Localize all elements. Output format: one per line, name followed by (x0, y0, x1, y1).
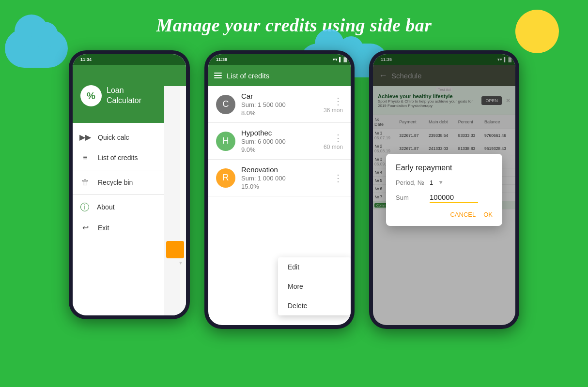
dialog-title: Early repayment (396, 164, 493, 172)
sum-input[interactable] (430, 192, 478, 203)
phone-center-screen: 11:38 ▾▾ ▌ ▓ List of credits (208, 54, 351, 325)
fast-forward-icon: ▶▶ (80, 133, 90, 142)
credit-rate-hypothec: 9.0% (241, 146, 324, 153)
period-dropdown-icon[interactable]: ▼ (438, 179, 444, 186)
main-heading: Manage your credits using side bar (0, 0, 588, 36)
credit-sum-renovation: Sum: 1 000 000 (241, 175, 329, 182)
sun-decoration (515, 10, 559, 53)
credit-info-hypothec: Hypothec Sum: 6 000 000 9.0% (241, 129, 324, 153)
credit-item-renovation[interactable]: R Renovation Sum: 1 000 000 15.0% ⋮ (208, 160, 351, 196)
credit-avatar-car: C (216, 95, 235, 114)
credit-info-car: Car Sum: 1 500 000 8.0% (241, 92, 324, 117)
phones-row: 11:34 ▾▾ ▌ ▓ % Loan Calculato (0, 50, 588, 329)
period-value: 1 (430, 179, 433, 186)
list-icon: ≡ (80, 153, 90, 162)
list-of-credits-title: List of credits (227, 72, 269, 80)
partial-main-content: ▼ (164, 54, 186, 315)
context-menu-delete[interactable]: Delete (278, 296, 351, 315)
orange-button-partial (166, 241, 184, 258)
exit-icon: ↩ (80, 223, 90, 232)
credit-item-car[interactable]: C Car Sum: 1 500 000 8.0% ⋮ 36 mon (208, 86, 351, 123)
phone-left: 11:34 ▾▾ ▌ ▓ % Loan Calculato (69, 50, 190, 319)
dialog-buttons: CANCEL OK (396, 209, 493, 220)
info-icon: i (80, 203, 89, 211)
ok-button[interactable]: OK (483, 209, 493, 220)
credits-list: C Car Sum: 1 500 000 8.0% ⋮ 36 mon (208, 86, 351, 196)
credit-more-hypothec[interactable]: ⋮ (333, 132, 343, 144)
credit-more-car[interactable]: ⋮ (333, 95, 343, 107)
context-menu: Edit More Delete (278, 257, 351, 315)
time-left: 11:34 (80, 57, 92, 62)
phone-center: 11:38 ▾▾ ▌ ▓ List of credits (204, 50, 355, 329)
loan-calc-icon: % (80, 85, 102, 106)
loan-calc-name: Loan Calculator (107, 86, 141, 106)
sum-field: Sum (396, 192, 493, 203)
early-repayment-dialog: Early repayment Period, № 1 ▼ Sum CANCEL (386, 154, 502, 226)
credit-info-renovation: Renovation Sum: 1 000 000 15.0% (241, 165, 329, 190)
credit-rate-renovation: 15.0% (241, 183, 329, 190)
phone-right: 11:35 ▾▾ ▌ ▓ ← Schedule Test Ad Achieve … (369, 50, 519, 329)
credit-item-hypothec[interactable]: H Hypothec Sum: 6 000 000 9.0% ⋮ 60 mon (208, 123, 351, 160)
credit-avatar-renovation: R (216, 168, 235, 188)
drawer-logo: % Loan Calculator (80, 85, 178, 106)
hamburger-menu-button[interactable] (214, 73, 222, 78)
credit-more-renovation[interactable]: ⋮ (333, 172, 343, 184)
dropdown-arrow: ▼ (178, 260, 183, 266)
context-menu-edit[interactable]: Edit (278, 257, 351, 277)
app-bar-center: List of credits (208, 65, 351, 86)
battery-icon-c: ▓ (343, 57, 347, 62)
context-menu-more[interactable]: More (278, 277, 351, 296)
signal-icon-c: ▌ (339, 57, 342, 62)
credit-avatar-hypothec: H (216, 132, 235, 151)
status-bar-center: 11:38 ▾▾ ▌ ▓ (208, 54, 351, 65)
sum-label: Sum (396, 194, 425, 201)
credit-sum-car: Sum: 1 500 000 (241, 101, 324, 108)
time-center: 11:38 (216, 57, 227, 62)
status-icons-center: ▾▾ ▌ ▓ (333, 57, 347, 62)
credit-sum-hypothec: Sum: 6 000 000 (241, 138, 324, 145)
recycle-bin-icon: 🗑 (80, 178, 90, 187)
phone-left-screen: 11:34 ▾▾ ▌ ▓ % Loan Calculato (73, 54, 186, 315)
credit-rate-car: 8.0% (241, 109, 324, 117)
period-field: Period, № 1 ▼ (396, 179, 493, 186)
wifi-icon-c: ▾▾ (333, 57, 338, 62)
period-label: Period, № (396, 179, 425, 186)
phone-right-screen: 11:35 ▾▾ ▌ ▓ ← Schedule Test Ad Achieve … (373, 54, 515, 325)
dialog-overlay: Early repayment Period, № 1 ▼ Sum CANCEL (373, 54, 515, 325)
cancel-button[interactable]: CANCEL (450, 209, 476, 220)
